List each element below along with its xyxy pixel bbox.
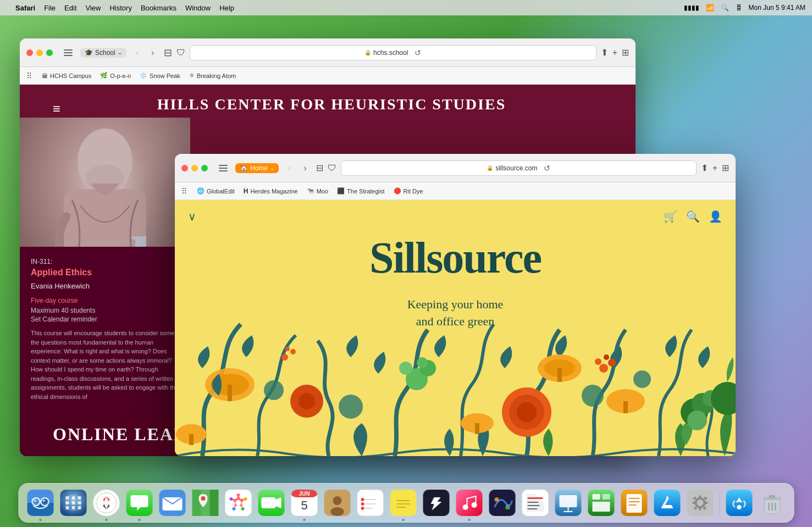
bookmark-herdes[interactable]: H Herdes Magazine [240, 186, 301, 196]
sidebar-list-button[interactable]: ⊟ [164, 47, 172, 59]
dock-appstore[interactable] [652, 488, 682, 518]
dock-freeform[interactable] [487, 488, 517, 518]
dock-reminders[interactable] [355, 488, 385, 518]
traffic-lights-back[interactable] [26, 49, 53, 56]
svg-point-81 [232, 507, 235, 511]
menu-help[interactable]: Help [219, 4, 234, 12]
dock-facetime[interactable] [256, 488, 286, 518]
bookmark-open[interactable]: 🌿 O-p-e-n [97, 71, 134, 80]
maximize-button-front[interactable] [201, 165, 208, 171]
dock-mail[interactable] [157, 488, 187, 518]
grid-dots-front-icon[interactable]: ⠿ [181, 187, 187, 196]
dock-safari[interactable] [91, 488, 121, 518]
course-detail-2[interactable]: Set Calendar reminder [31, 315, 182, 323]
menu-view[interactable]: View [86, 4, 101, 12]
share-button[interactable]: ⬆ [601, 47, 608, 58]
sillsource-subtitle-line1: Keeping your home [175, 296, 736, 313]
sidebar-toggle[interactable] [60, 47, 76, 58]
svg-rect-52 [65, 496, 69, 500]
svg-text:5: 5 [301, 498, 307, 512]
svg-rect-123 [602, 494, 610, 500]
url-front: sillsource.com [495, 164, 537, 172]
svg-point-80 [241, 507, 244, 511]
dock-numbers[interactable] [586, 488, 616, 518]
new-tab-button-front[interactable]: + [712, 163, 717, 173]
shield-button-front[interactable]: 🛡 [328, 163, 336, 173]
svg-point-133 [697, 500, 703, 506]
dock-music[interactable] [454, 488, 484, 518]
menu-window[interactable]: Window [185, 4, 211, 12]
dock-launchpad[interactable] [58, 488, 88, 518]
search-icon[interactable]: 🔍 [686, 210, 700, 223]
dock-keynote[interactable] [553, 488, 583, 518]
bookmark-ritdye[interactable]: 🔴 Rit Dye [390, 186, 427, 196]
lock-icon: 🔒 [364, 49, 371, 56]
keynote-icon [555, 490, 581, 516]
chevron-tab-icon: ⌄ [118, 49, 122, 56]
bookmark-breakingatom[interactable]: ⚛ Breaking Atom [186, 71, 240, 80]
svg-rect-116 [527, 508, 537, 509]
menu-safari[interactable]: Safari [15, 4, 35, 12]
address-bar-back[interactable]: 🔒 hchs.school ↺ [190, 45, 596, 60]
svg-rect-115 [527, 505, 539, 506]
bookmark-moo[interactable]: 🐄 Moo [303, 186, 332, 196]
dock-appletv[interactable] [421, 488, 451, 518]
traffic-lights-front[interactable] [181, 165, 208, 171]
sillsource-page-content: ∨ 🛒 🔍 👤 Sillsource Keeping your home and… [175, 200, 736, 456]
tab-group-front[interactable]: 🏠 Home ⌄ [235, 163, 279, 173]
share-button-front[interactable]: ⬆ [701, 163, 708, 173]
forward-button[interactable]: › [146, 46, 159, 59]
dock-news[interactable] [520, 488, 550, 518]
dock-finder[interactable] [25, 488, 55, 518]
new-tab-button[interactable]: + [612, 48, 617, 58]
svg-rect-142 [726, 490, 752, 516]
dock-maps[interactable] [190, 488, 220, 518]
menu-bookmarks[interactable]: Bookmarks [141, 4, 176, 12]
control-center-icon[interactable]: 🎛 [736, 4, 742, 12]
account-icon[interactable]: 👤 [709, 210, 722, 223]
forward-button-front[interactable]: › [299, 162, 312, 175]
menu-history[interactable]: History [109, 4, 131, 12]
bookmark-hchs[interactable]: 🏛 HCHS Campus [38, 71, 95, 80]
reload-button-back[interactable]: ↺ [415, 48, 421, 57]
sidebar-toggle-front[interactable] [216, 163, 231, 174]
menu-file[interactable]: File [44, 4, 56, 12]
course-link[interactable]: Five-day course [31, 297, 182, 304]
hamburger-menu[interactable]: ≡ [53, 101, 60, 117]
reload-button-front[interactable]: ↺ [544, 164, 550, 173]
svg-point-38 [604, 354, 609, 360]
minimize-button[interactable] [36, 49, 43, 56]
dock-photos[interactable] [223, 488, 253, 518]
maximize-button[interactable] [46, 49, 53, 56]
bookmark-snowpeak[interactable]: ❄️ Snow Peak [136, 71, 184, 80]
dock-separator [719, 491, 720, 515]
back-button[interactable]: ‹ [131, 46, 144, 59]
dock-messages[interactable] [124, 488, 154, 518]
dock-trash[interactable] [757, 488, 787, 518]
dock-airdrop[interactable] [724, 488, 754, 518]
back-button-front[interactable]: ‹ [283, 162, 296, 175]
close-button[interactable] [26, 49, 33, 56]
dock-systemprefs[interactable] [685, 488, 715, 518]
dock-notes[interactable] [388, 488, 418, 518]
bookmark-globaledit[interactable]: 🌐 GlobalEdit [194, 186, 238, 196]
dock-pages[interactable] [619, 488, 649, 518]
svg-point-14 [281, 354, 288, 360]
dock-calendar[interactable]: JUN 5 [289, 488, 319, 518]
dock-contacts[interactable] [322, 488, 352, 518]
cart-icon[interactable]: 🛒 [664, 210, 677, 223]
address-bar-front[interactable]: 🔒 sillsource.com ↺ [341, 160, 697, 176]
bookmark-strategist[interactable]: ⬛ The Strategist [334, 186, 388, 196]
grid-dots-icon[interactable]: ⠿ [26, 71, 32, 80]
search-menubar-icon[interactable]: 🔍 [721, 4, 729, 12]
minimize-button-front[interactable] [191, 165, 198, 171]
tabs-button-front[interactable]: ⊞ [722, 163, 729, 173]
tab-group-back[interactable]: 🎓 School ⌄ [80, 48, 126, 58]
bookmarks-bar-front: ⠿ 🌐 GlobalEdit H Herdes Magazine 🐄 Moo ⬛… [175, 182, 736, 200]
menu-edit[interactable]: Edit [64, 4, 76, 12]
nav-chevron-down[interactable]: ∨ [188, 210, 196, 223]
close-button-front[interactable] [181, 165, 188, 171]
tabs-button[interactable]: ⊞ [622, 47, 629, 58]
shield-button[interactable]: 🛡 [176, 48, 185, 58]
notch-button[interactable]: ⊟ [316, 163, 323, 173]
